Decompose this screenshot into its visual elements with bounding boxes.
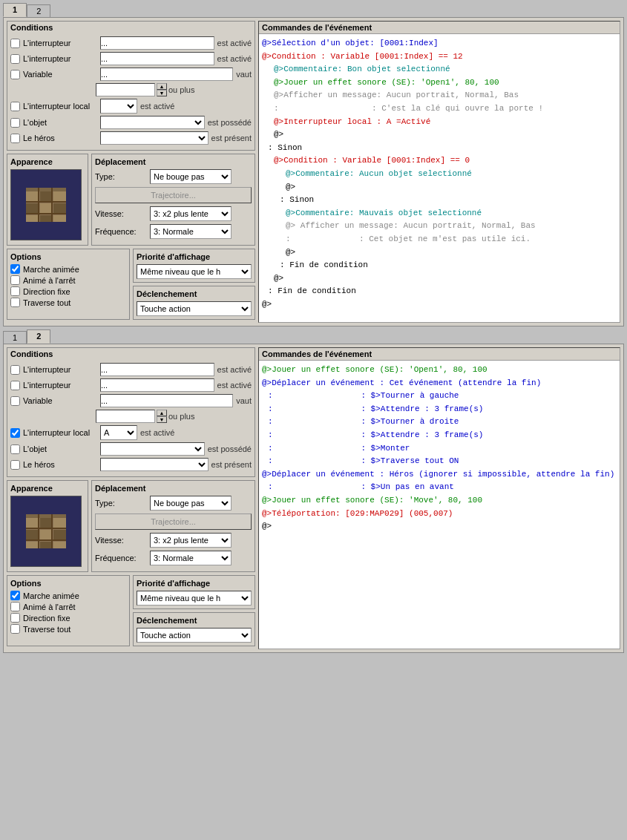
checkbox-traverse-2[interactable] [10,624,20,634]
sprite-preview-2 [10,496,82,567]
svg-rect-25 [26,542,39,548]
checkbox-heros-1[interactable] [10,134,20,143]
spinner-down-1[interactable]: ▼ [157,90,167,96]
frequence-select-2[interactable]: 3: Normale [150,551,232,565]
input-variable-2[interactable] [100,394,233,407]
input-interrupteur2-2[interactable] [100,378,214,392]
checkbox-direction-1[interactable] [10,286,20,296]
checkbox-variable-1[interactable] [10,70,20,79]
trigger-select-2[interactable]: Touche action [137,628,252,643]
type-row-1: Type: Ne bouge pas [95,169,252,184]
input-interrupteur2-1[interactable] [100,52,214,65]
cmd-1-9: : Sinon [268,142,617,155]
label-heros-1: Le héros [23,134,97,142]
vitesse-label-2: Vitesse: [95,536,147,545]
tab-2-2[interactable]: 2 [27,329,50,344]
priority-select-2[interactable]: Même niveau que le h [137,591,252,606]
event-commands-1: @>Sélection d'un objet: [0001:Index] @>C… [259,34,620,314]
type-select-1[interactable]: Ne bouge pas [150,169,232,184]
suffix-interrupteur2-1: est activé [217,54,252,63]
svg-rect-27 [53,542,66,548]
label-marche-2: Marche animée [23,591,79,600]
checkbox-direction-2[interactable] [10,613,20,623]
cmd-1-19: @> [274,272,617,286]
checkbox-interrupteur1-1[interactable] [10,39,20,48]
number-input-2[interactable] [96,410,155,423]
spinner-2: ▲ ▼ [157,410,167,423]
suffix-objet-2: est possédé [208,444,252,453]
label-traverse-2: Traverse tout [23,625,70,634]
input-interrupteur1-1[interactable] [100,36,214,50]
conditions-title-2: Conditions [7,348,255,360]
checkbox-anime-2[interactable] [10,602,20,611]
select-heros-2[interactable] [100,458,209,471]
right-panel-2: Commandes de l'événement @>Jouer un effe… [258,347,620,649]
option-traverse-2: Traverse tout [10,624,126,634]
options-section-2: Options Marche animée Animé à l'arrêt Di… [7,575,130,646]
spinner-up-2[interactable]: ▲ [157,410,167,416]
checkbox-marche-1[interactable] [10,264,20,274]
spinner-down-2[interactable]: ▼ [157,416,167,423]
svg-rect-10 [40,215,52,222]
type-select-2[interactable]: Ne bouge pas [150,496,232,511]
number-input-1[interactable] [96,83,155,96]
trigger-title-1: Déclenchement [137,289,252,298]
vitesse-label-1: Vitesse: [95,209,147,218]
svg-rect-11 [53,215,66,222]
checkbox-traverse-1[interactable] [10,298,20,307]
checkbox-interrupteur2-1[interactable] [10,54,20,64]
tab-1-2[interactable]: 2 [27,4,50,17]
label-interrupteur1-2: L'interrupteur [23,365,97,374]
appearance-section-1: Apparence [7,154,88,246]
spinner-up-1[interactable]: ▲ [157,83,167,90]
label-marche-1: Marche animée [23,265,79,274]
checkbox-heros-2[interactable] [10,460,20,470]
options-priority-section-2: Options Marche animée Animé à l'arrêt Di… [7,575,255,646]
trajectory-button-2[interactable]: Trajectoire... [95,513,252,530]
tab-bar-2: 1 2 [3,329,624,344]
vitesse-select-2[interactable]: 3: x2 plus lente [150,533,232,548]
input-interrupteur1-2[interactable] [100,363,214,376]
tab-1-1[interactable]: 1 [3,3,27,17]
select-heros-1[interactable] [100,131,209,145]
checkbox-local-2[interactable] [10,428,20,438]
cmd-2-11: @>Jouer un effet sonore (SE): 'Move', 80… [262,494,617,508]
checkbox-local-1[interactable] [10,102,20,111]
svg-rect-3 [26,191,39,202]
suffix-objet-1: est possédé [208,118,252,127]
checkbox-interrupteur1-2[interactable] [10,365,20,375]
frequence-label-1: Fréquence: [95,227,147,236]
type-row-2: Type: Ne bouge pas [95,496,252,511]
checkbox-variable-2[interactable] [10,396,20,406]
select-objet-2[interactable] [100,442,205,456]
checkbox-objet-2[interactable] [10,444,20,454]
commands-title-2: Commandes de l'événement [259,348,620,361]
cmd-1-7: @>Interrupteur local : A =Activé [274,116,617,129]
trigger-box-2: Déclenchement Touche action [133,612,255,646]
trigger-select-1[interactable]: Touche action [137,301,252,316]
cmd-1-15: @> Afficher un message: Aucun portrait, … [286,220,617,233]
cmd-1-1: @>Sélection d'un objet: [0001:Index] [262,37,617,50]
checkbox-interrupteur2-2[interactable] [10,381,20,390]
label-interrupteur2-2: L'interrupteur [23,381,97,390]
tab-2-1[interactable]: 1 [3,331,27,344]
cmd-1-18: : Fin de condition [280,259,617,272]
cmd-1-2: @>Condition : Variable [0001:Index] == 1… [262,50,617,64]
options-priority-section-1: Options Marche animée Animé à l'arrêt Di… [7,249,255,320]
cmd-1-14: @>Commentaire: Mauvais objet selectionné [286,207,617,220]
condition-row-local-1: L'interrupteur local est activé [10,99,252,114]
frequence-select-1[interactable]: 3: Normale [150,224,232,239]
cmd-2-7: : : $>Monter [268,442,617,456]
frequence-label-2: Fréquence: [95,554,147,562]
select-local-2[interactable]: A B C [100,425,137,440]
svg-rect-26 [40,542,52,548]
select-local-1[interactable] [100,99,137,114]
select-objet-1[interactable] [100,116,205,129]
priority-select-1[interactable]: Même niveau que le h [137,264,252,279]
checkbox-objet-1[interactable] [10,118,20,128]
vitesse-select-1[interactable]: 3: x2 plus lente [150,206,232,221]
trajectory-button-1[interactable]: Trajectoire... [95,187,252,203]
checkbox-marche-2[interactable] [10,591,20,600]
checkbox-anime-1[interactable] [10,275,20,285]
input-variable-1[interactable] [100,68,233,81]
